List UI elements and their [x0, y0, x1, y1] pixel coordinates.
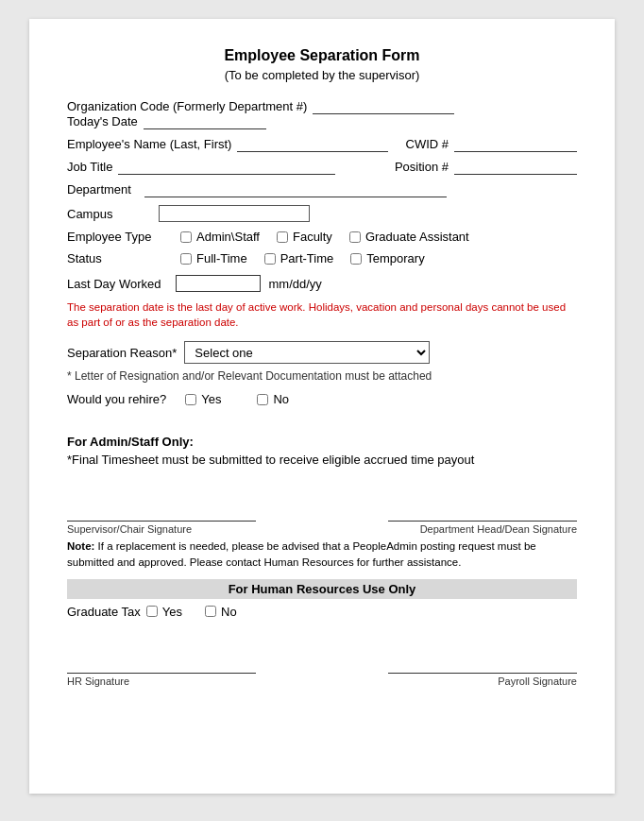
faculty-checkbox[interactable]: [277, 231, 288, 243]
employee-name-row: Employee's Name (Last, First) CWID #: [67, 137, 577, 152]
cwid-input[interactable]: [454, 137, 577, 152]
grad-tax-yes-group: Yes: [146, 605, 182, 619]
dept-head-sig-block: Department Head/Dean Signature: [347, 495, 577, 535]
cwid-label: CWID #: [406, 137, 449, 151]
rehire-yes-group: Yes: [185, 392, 221, 406]
org-code-label: Organization Code (Formerly Department #…: [67, 99, 307, 113]
form-subtitle: (To be completed by the supervisor): [67, 68, 577, 82]
hr-sig-line: [67, 647, 256, 674]
faculty-label: Faculty: [293, 230, 332, 244]
employee-type-label: Employee Type: [67, 230, 180, 244]
temporary-label: Temporary: [366, 251, 424, 265]
grad-tax-no-label: No: [221, 605, 237, 619]
parttime-group: Part-Time: [264, 251, 334, 265]
employee-type-row: Employee Type Admin\Staff Faculty Gradua…: [67, 230, 577, 244]
grad-assistant-group: Graduate Assistant: [349, 230, 469, 244]
campus-row: Campus: [67, 205, 577, 222]
last-day-row: Last Day Worked mm/dd/yy: [67, 275, 577, 292]
grad-tax-no-group: No: [205, 605, 237, 619]
employee-name-label: Employee's Name (Last, First): [67, 137, 231, 151]
rehire-yes-label: Yes: [201, 392, 221, 406]
hr-sig-label: HR Signature: [67, 676, 297, 687]
rehire-no-checkbox[interactable]: [257, 394, 268, 405]
status-label: Status: [67, 251, 180, 265]
supervisor-sig-block: Supervisor/Chair Signature: [67, 495, 297, 535]
employee-name-left: Employee's Name (Last, First): [67, 137, 388, 152]
payroll-sig-line: [388, 647, 577, 674]
job-title-left: Job Title: [67, 160, 335, 175]
sep-reason-select[interactable]: Select one: [184, 341, 430, 364]
temporary-checkbox[interactable]: [350, 253, 362, 265]
rehire-no-group: No: [257, 392, 289, 406]
org-code-input[interactable]: [313, 99, 454, 114]
last-day-label: Last Day Worked: [67, 277, 161, 291]
dept-head-sig-label: Department Head/Dean Signature: [420, 523, 577, 535]
position-input[interactable]: [454, 160, 577, 175]
dept-head-sig-line: [388, 495, 577, 522]
campus-label: Campus: [67, 207, 112, 221]
faculty-group: Faculty: [277, 230, 332, 244]
note-content: If a replacement is needed, please be ad…: [67, 540, 536, 568]
position-right: Position #: [395, 160, 577, 175]
campus-input[interactable]: [159, 205, 310, 222]
fulltime-label: Full-Time: [196, 251, 247, 265]
rehire-yes-checkbox[interactable]: [185, 394, 196, 405]
rehire-row: Would you rehire? Yes No: [67, 392, 577, 406]
job-title-input[interactable]: [118, 160, 335, 175]
note-block: Note: If a replacement is needed, please…: [67, 539, 577, 572]
hr-use-bar: For Human Resources Use Only: [67, 579, 577, 599]
grad-tax-row: Graduate Tax Yes No: [67, 605, 577, 619]
rehire-label: Would you rehire?: [67, 392, 166, 406]
note-keyword: Note:: [67, 540, 94, 552]
grad-assistant-label: Graduate Assistant: [365, 230, 469, 244]
sig-row-top: Supervisor/Chair Signature Department He…: [67, 495, 577, 535]
job-title-row: Job Title Position #: [67, 160, 577, 175]
supervisor-sig-line: [67, 495, 256, 522]
admin-note: *Final Timesheet must be submitted to re…: [67, 453, 577, 467]
supervisor-sig-label: Supervisor/Chair Signature: [67, 523, 297, 535]
admin-staff-group: Admin\Staff: [180, 230, 260, 244]
bottom-sig-row: HR Signature Payroll Signature: [67, 647, 577, 687]
letter-note: * Letter of Resignation and/or Relevant …: [67, 369, 577, 383]
todays-date-right: Today's Date: [67, 114, 266, 129]
hr-sig-block: HR Signature: [67, 647, 297, 687]
last-day-input[interactable]: [176, 275, 261, 292]
grad-tax-no-checkbox[interactable]: [205, 606, 216, 617]
temporary-group: Temporary: [350, 251, 424, 265]
job-title-label: Job Title: [67, 160, 112, 174]
status-row: Status Full-Time Part-Time Temporary: [67, 251, 577, 265]
form-title: Employee Separation Form: [67, 47, 577, 64]
separation-note: The separation date is the last day of a…: [67, 299, 577, 330]
fulltime-checkbox[interactable]: [180, 253, 192, 265]
mm-dd-yy-label: mm/dd/yy: [268, 277, 321, 291]
employee-name-input[interactable]: [237, 137, 388, 152]
rehire-no-label: No: [273, 392, 289, 406]
cwid-right: CWID #: [406, 137, 578, 152]
department-row: Department: [67, 182, 577, 197]
org-code-left: Organization Code (Formerly Department #…: [67, 99, 454, 114]
grad-tax-yes-label: Yes: [162, 605, 182, 619]
fulltime-group: Full-Time: [180, 251, 247, 265]
todays-date-input[interactable]: [144, 114, 266, 129]
parttime-checkbox[interactable]: [264, 253, 276, 265]
grad-tax-yes-checkbox[interactable]: [146, 606, 158, 617]
department-input[interactable]: [144, 182, 447, 197]
signature-section: Supervisor/Chair Signature Department He…: [67, 495, 577, 687]
form-page: Employee Separation Form (To be complete…: [29, 19, 615, 794]
grad-tax-label: Graduate Tax: [67, 605, 141, 619]
sep-reason-row: Separation Reason* Select one: [67, 341, 577, 364]
admin-staff-checkbox[interactable]: [180, 231, 192, 243]
payroll-sig-label: Payroll Signature: [498, 676, 577, 687]
todays-date-label: Today's Date: [67, 114, 138, 128]
admin-staff-label: Admin\Staff: [196, 230, 260, 244]
payroll-sig-block: Payroll Signature: [347, 647, 577, 687]
position-label: Position #: [395, 160, 449, 174]
org-code-row: Organization Code (Formerly Department #…: [67, 99, 577, 129]
parttime-label: Part-Time: [280, 251, 334, 265]
admin-section: For Admin/Staff Only: *Final Timesheet m…: [67, 435, 577, 467]
sep-reason-label: Separation Reason*: [67, 346, 177, 360]
department-label: Department: [67, 182, 131, 197]
grad-assistant-checkbox[interactable]: [349, 231, 361, 243]
admin-title: For Admin/Staff Only:: [67, 435, 577, 449]
